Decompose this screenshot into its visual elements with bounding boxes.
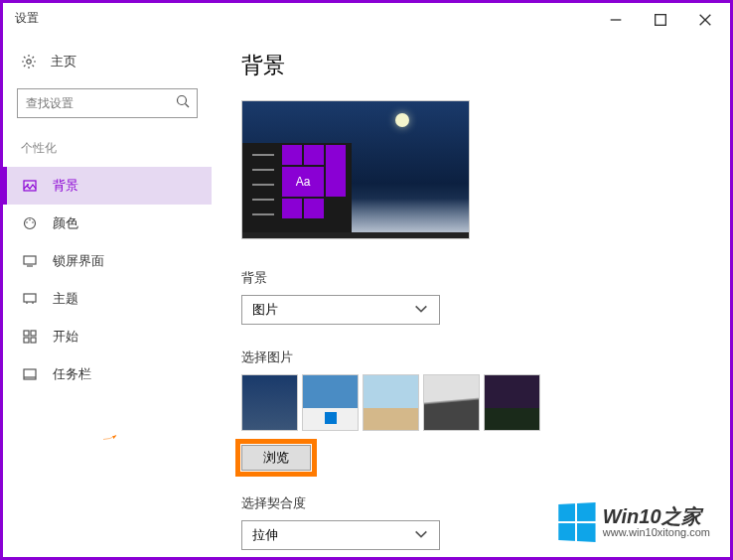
home-button[interactable]: 主页 <box>3 45 212 78</box>
category-label: 个性化 <box>3 136 212 167</box>
picture-thumb-3[interactable] <box>363 374 419 431</box>
sidebar-item-label: 颜色 <box>53 214 78 232</box>
sidebar-item-themes[interactable]: 主题 <box>3 280 212 318</box>
maximize-button[interactable] <box>638 6 682 34</box>
svg-rect-15 <box>24 294 36 302</box>
window-controls <box>593 6 727 34</box>
sidebar-item-label: 锁屏界面 <box>53 252 104 270</box>
picture-thumb-4[interactable] <box>423 374 480 431</box>
picture-thumb-5[interactable] <box>484 374 540 431</box>
picture-icon <box>21 178 39 194</box>
picture-thumb-2[interactable] <box>302 374 359 431</box>
svg-point-11 <box>32 221 34 223</box>
browse-button[interactable]: 浏览 <box>241 445 311 471</box>
taskbar-icon <box>21 366 39 382</box>
sidebar-item-start[interactable]: 开始 <box>3 318 212 355</box>
gear-icon <box>21 54 37 70</box>
svg-rect-17 <box>31 331 36 336</box>
brush-icon <box>21 291 39 307</box>
sidebar-item-label: 开始 <box>53 328 78 346</box>
svg-rect-13 <box>24 256 36 264</box>
svg-rect-1 <box>655 15 665 26</box>
svg-point-5 <box>178 96 187 105</box>
browse-button-label: 浏览 <box>263 449 289 467</box>
sidebar-item-background[interactable]: 背景 <box>3 167 212 205</box>
sidebar: 主页 个性化 背景 颜色 锁屏界 <box>3 33 212 557</box>
watermark-title: Win10之家 <box>603 506 710 526</box>
palette-icon <box>21 215 39 231</box>
sidebar-item-lockscreen[interactable]: 锁屏界面 <box>3 242 212 280</box>
svg-point-10 <box>29 219 31 221</box>
background-dropdown[interactable]: 图片 <box>241 295 440 325</box>
close-button[interactable] <box>682 6 727 34</box>
windows-logo-icon <box>558 502 595 542</box>
page-title: 背景 <box>241 51 700 80</box>
svg-rect-19 <box>31 338 36 343</box>
search-input[interactable] <box>17 88 198 118</box>
sidebar-item-label: 任务栏 <box>53 365 91 383</box>
background-label: 背景 <box>241 269 700 287</box>
watermark-url: www.win10xitong.com <box>603 526 710 538</box>
grid-icon <box>21 329 39 345</box>
svg-rect-18 <box>24 338 29 343</box>
fit-dropdown-value: 拉伸 <box>252 526 278 544</box>
minimize-button[interactable] <box>593 6 638 34</box>
search-icon <box>175 93 191 113</box>
sidebar-item-label: 主题 <box>53 290 78 308</box>
watermark: Win10之家 www.win10xitong.com <box>557 503 710 541</box>
home-label: 主页 <box>51 53 76 70</box>
svg-point-12 <box>26 221 28 223</box>
svg-line-6 <box>186 104 190 108</box>
desktop-preview: Aa <box>241 100 470 239</box>
picture-thumbnails <box>241 374 700 431</box>
picture-thumb-1[interactable] <box>241 374 298 431</box>
svg-rect-16 <box>24 331 29 336</box>
sidebar-item-label: 背景 <box>53 177 78 195</box>
preview-tile-text: Aa <box>282 167 324 197</box>
main-content: 背景 Aa 背景 图片 选 <box>212 33 730 557</box>
sidebar-item-colors[interactable]: 颜色 <box>3 205 212 242</box>
monitor-icon <box>21 253 39 269</box>
search-field[interactable] <box>26 96 175 110</box>
chevron-down-icon <box>413 526 429 545</box>
sidebar-item-taskbar[interactable]: 任务栏 <box>3 355 212 393</box>
background-dropdown-value: 图片 <box>252 301 278 319</box>
fit-dropdown[interactable]: 拉伸 <box>241 520 440 550</box>
svg-point-4 <box>27 60 31 64</box>
chevron-down-icon <box>413 301 429 320</box>
window-title: 设置 <box>15 10 39 27</box>
choose-picture-label: 选择图片 <box>241 349 700 366</box>
